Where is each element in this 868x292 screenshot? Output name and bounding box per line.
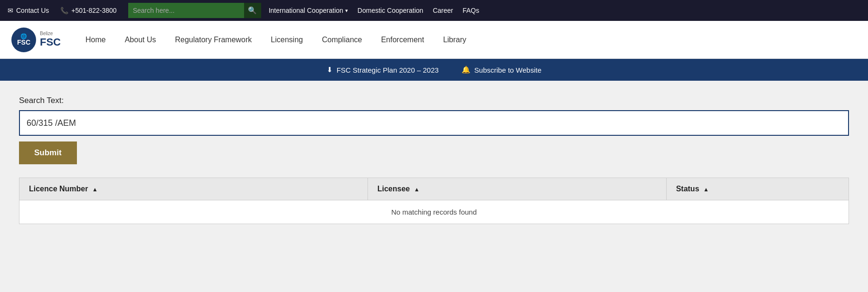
intl-coop-link[interactable]: International Cooperation ▾ [269, 7, 348, 14]
col-status-sort-icon: ▲ [703, 186, 709, 193]
contact-us-link[interactable]: ✉ Contact Us [8, 7, 49, 14]
col-licence-header[interactable]: Licence Number ▲ [19, 178, 368, 200]
intl-coop-label: International Cooperation [269, 7, 343, 14]
top-search-input[interactable] [128, 3, 261, 18]
career-link[interactable]: Career [433, 7, 453, 14]
nav-home[interactable]: Home [76, 21, 115, 58]
col-status-header[interactable]: Status ▲ [666, 178, 849, 200]
banner: ⬇ FSC Strategic Plan 2020 – 2023 🔔 Subsc… [0, 59, 868, 81]
faqs-label: FAQs [462, 7, 479, 14]
subscribe-link[interactable]: 🔔 Subscribe to Website [462, 66, 541, 74]
logo-belize: Belize [40, 31, 61, 36]
logo: 🌐FSC Belize FSC [11, 28, 61, 52]
domestic-coop-label: Domestic Cooperation [358, 7, 424, 14]
strategic-plan-link[interactable]: ⬇ FSC Strategic Plan 2020 – 2023 [327, 66, 439, 74]
contact-us-label: Contact Us [16, 7, 49, 14]
phone-link[interactable]: 📞 +501-822-3800 [60, 7, 116, 14]
col-licensee-sort-icon: ▲ [414, 186, 420, 193]
col-licence-label: Licence Number [29, 185, 88, 193]
no-records-row: No matching records found [19, 200, 849, 224]
results-table: Licence Number ▲ Licensee ▲ Status ▲ No … [19, 178, 849, 224]
nav-library[interactable]: Library [434, 21, 476, 58]
nav-compliance[interactable]: Compliance [312, 21, 371, 58]
col-licence-sort-icon: ▲ [92, 186, 98, 193]
top-bar: ✉ Contact Us 📞 +501-822-3800 🔍 Internati… [0, 0, 868, 21]
main-nav: 🌐FSC Belize FSC Home About Us Regulatory… [0, 21, 868, 59]
strategic-plan-label: FSC Strategic Plan 2020 – 2023 [337, 66, 439, 74]
logo-fsc: FSC [40, 36, 61, 48]
submit-button[interactable]: Submit [19, 141, 77, 164]
nav-licensing[interactable]: Licensing [261, 21, 312, 58]
no-records-message: No matching records found [19, 200, 849, 224]
bell-icon: 🔔 [462, 66, 471, 74]
col-licensee-header[interactable]: Licensee ▲ [368, 178, 666, 200]
search-text-label: Search Text: [19, 96, 849, 105]
content-area: Search Text: Submit Licence Number ▲ Lic… [0, 81, 868, 271]
phone-label: +501-822-3800 [71, 7, 116, 14]
search-wrap: 🔍 [128, 3, 261, 18]
top-bar-right: International Cooperation ▾ Domestic Coo… [269, 7, 860, 14]
nav-about[interactable]: About Us [115, 21, 166, 58]
logo-text: Belize FSC [40, 31, 61, 48]
email-icon: ✉ [8, 7, 13, 14]
faqs-link[interactable]: FAQs [462, 7, 479, 14]
top-bar-left: ✉ Contact Us 📞 +501-822-3800 [8, 7, 117, 14]
nav-enforcement[interactable]: Enforcement [371, 21, 434, 58]
top-search-button[interactable]: 🔍 [244, 3, 261, 18]
download-icon: ⬇ [327, 66, 333, 74]
subscribe-label: Subscribe to Website [474, 66, 541, 74]
phone-icon: 📞 [60, 7, 68, 14]
col-status-label: Status [676, 185, 699, 193]
licence-search-input[interactable] [19, 110, 849, 136]
nav-links: Home About Us Regulatory Framework Licen… [76, 21, 476, 58]
col-licensee-label: Licensee [377, 185, 410, 193]
table-header-row: Licence Number ▲ Licensee ▲ Status ▲ [19, 178, 849, 200]
career-label: Career [433, 7, 453, 14]
nav-regulatory-framework[interactable]: Regulatory Framework [166, 21, 262, 58]
domestic-coop-link[interactable]: Domestic Cooperation [358, 7, 424, 14]
chevron-down-icon: ▾ [345, 8, 348, 14]
search-icon: 🔍 [248, 6, 257, 15]
logo-icon: 🌐FSC [11, 28, 36, 52]
